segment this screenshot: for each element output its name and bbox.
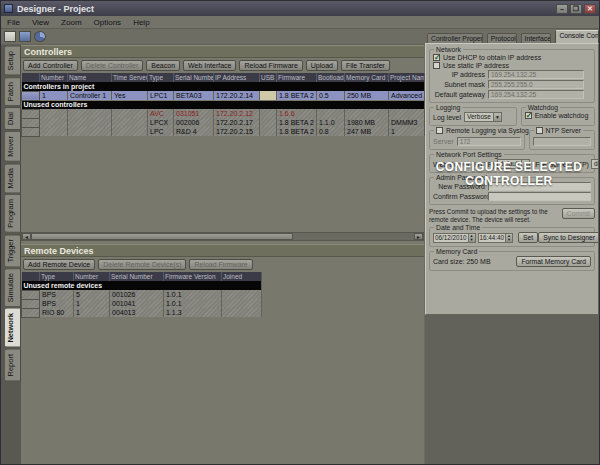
remote-header-row: Type Number Serial Number Firmware Versi… [22, 272, 262, 281]
format-memory-card-button[interactable]: Format Memory Card [516, 256, 591, 267]
menu-file[interactable]: File [1, 18, 26, 27]
row-selector[interactable] [22, 127, 40, 136]
col-firmware-version: Firmware Version [164, 272, 222, 281]
remote-device-row: BPS 1 001041 1.0.1 [22, 299, 262, 308]
tab-patch[interactable]: Patch [5, 77, 21, 106]
log-level-select[interactable]: Verbose ▼ [464, 112, 502, 122]
file-transfer-button[interactable]: File Transfer [341, 60, 390, 71]
date-spinner[interactable]: 06/12/2010 ▲▼ [433, 233, 476, 243]
designer-window: Designer - Project – ❐ ✕ File View Zoom … [0, 0, 600, 465]
syslog-server-field: 172 [457, 137, 521, 146]
group-controllers-in-project: Controllers in project [22, 82, 425, 91]
dhcp-checkbox[interactable] [433, 54, 440, 61]
ntp-group: NTP Server [529, 130, 595, 150]
controller-row: LPC R&D 4 172.20.2.15 1.8 BETA 2 0.8 247… [22, 127, 425, 136]
tab-network[interactable]: Network [5, 308, 21, 348]
tab-report[interactable]: Report [5, 349, 21, 382]
sync-to-designer-button[interactable]: Sync to Designer [538, 232, 599, 243]
static-ip-label: Use static IP address [443, 62, 509, 69]
controller-row-selected: 1 Controller 1 Yes LPC1 BETA03 172.20.2.… [22, 91, 425, 100]
tab-simulate[interactable]: Simulate [5, 268, 21, 307]
remote-device-row: RIO 80 1 004013 1.1.3 [22, 308, 262, 317]
col-type: Type [40, 272, 74, 281]
delete-controller-button: Delete Controller [81, 60, 144, 71]
scroll-thumb[interactable] [31, 233, 293, 240]
col-serial: Serial Number [110, 272, 164, 281]
tab-trigger[interactable]: Trigger [5, 234, 21, 267]
commit-note: Press Commit to upload the settings to t… [429, 208, 557, 223]
col-ip: IP Address [214, 73, 260, 82]
commit-button: Commit [562, 208, 595, 219]
menu-view[interactable]: View [26, 18, 55, 27]
row-selector[interactable] [22, 308, 40, 317]
row-selector[interactable] [22, 118, 40, 127]
menu-zoom[interactable]: Zoom [55, 18, 87, 27]
title-bar: Designer - Project – ❐ ✕ [1, 1, 599, 16]
open-project-icon[interactable] [19, 31, 31, 42]
controllers-section-title: Controllers [21, 45, 424, 58]
chevron-down-icon[interactable]: ▼ [493, 113, 501, 121]
remote-devices-button-row: Add Remote Device Delete Remote Device(s… [21, 257, 424, 272]
default-gateway-field: 169.254.132.25 [488, 90, 584, 99]
set-time-button[interactable]: Set [518, 232, 538, 243]
tab-setup[interactable]: Setup [5, 46, 21, 76]
tab-console-config[interactable]: Console Config [555, 30, 599, 43]
reload-remote-firmware-button: Reload Firmware [189, 259, 252, 270]
syslog-group: Remote Logging via Syslog Server 172 [429, 130, 525, 150]
tab-protocols[interactable]: Protocols [487, 33, 517, 43]
reload-firmware-button[interactable]: Reload Firmware [239, 60, 302, 71]
tab-interfaces[interactable]: Interfaces [521, 33, 552, 43]
ntp-checkbox[interactable] [536, 127, 543, 134]
row-selector[interactable] [22, 299, 40, 308]
syslog-checkbox[interactable] [436, 127, 443, 134]
card-size-text: Card size: 250 MB [433, 258, 491, 265]
dhcp-label: Use DHCP to obtain IP address [443, 54, 541, 61]
restore-icon[interactable]: ❐ [570, 4, 582, 14]
controllers-table: Number Name Time Server Type Serial Numb… [21, 73, 425, 137]
row-selector[interactable] [22, 91, 40, 100]
col-serial: Serial Number [174, 73, 214, 82]
enable-watchdog-checkbox[interactable] [525, 112, 532, 119]
ip-address-field: 169.254.132.25 [488, 70, 584, 79]
tab-program[interactable]: Program [5, 194, 21, 233]
watchdog-group: Watchdog Enable watchdog [521, 107, 595, 126]
panel-background [425, 315, 600, 465]
minimize-icon[interactable]: – [556, 4, 568, 14]
beacon-button[interactable]: Beacon [146, 60, 180, 71]
time-spinner[interactable]: 16:44:40 ▲▼ [478, 233, 514, 243]
new-project-icon[interactable] [4, 31, 16, 42]
memory-card-group: Memory Card Card size: 250 MB Format Mem… [429, 251, 595, 271]
tab-mover[interactable]: Mover [5, 131, 21, 162]
remote-devices-table: Type Number Serial Number Firmware Versi… [21, 272, 262, 318]
spinner-arrows-icon[interactable]: ▲▼ [505, 234, 512, 242]
save-project-icon[interactable] [34, 31, 46, 42]
tab-controller-properties[interactable]: Controller Properties [427, 33, 483, 43]
row-selector[interactable] [22, 290, 40, 299]
col-name: Name [68, 73, 112, 82]
menu-options[interactable]: Options [88, 18, 128, 27]
controllers-h-scrollbar[interactable]: ◄ ► [21, 232, 424, 241]
confirm-password-field[interactable] [488, 192, 591, 201]
controllers-button-row: Add Controller Delete Controller Beacon … [21, 58, 424, 73]
date-time-group: Date and Time 06/12/2010 ▲▼ 16:44:40 ▲▼ … [429, 227, 595, 247]
col-joined: Joined [222, 272, 262, 281]
row-selector[interactable] [22, 109, 40, 118]
tab-dial[interactable]: Dial [5, 107, 21, 130]
scroll-right-icon[interactable]: ► [414, 233, 423, 240]
web-interface-button[interactable]: Web Interface [183, 60, 236, 71]
upload-button[interactable]: Upload [306, 60, 338, 71]
spinner-arrows-icon[interactable]: ▲▼ [468, 234, 475, 242]
delete-remote-device-button: Delete Remote Device(s) [98, 259, 186, 270]
mode-tab-strip: Setup Patch Dial Mover Media Program Tri… [1, 45, 21, 465]
controllers-header-row: Number Name Time Server Type Serial Numb… [22, 73, 425, 82]
tab-media[interactable]: Media [5, 163, 21, 193]
add-remote-device-button[interactable]: Add Remote Device [23, 259, 95, 270]
close-icon[interactable]: ✕ [584, 4, 596, 14]
menu-help[interactable]: Help [127, 18, 155, 27]
scroll-left-icon[interactable]: ◄ [22, 233, 31, 240]
add-controller-button[interactable]: Add Controller [23, 60, 78, 71]
static-ip-checkbox[interactable] [433, 62, 440, 69]
col-memory: Memory Card Size [345, 73, 389, 82]
col-time-server: Time Server [112, 73, 148, 82]
col-project: Project Name [389, 73, 425, 82]
